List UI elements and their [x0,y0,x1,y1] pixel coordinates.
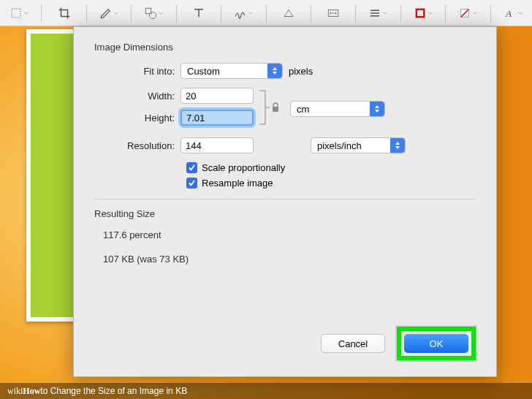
background-document [26,29,77,322]
resulting-filesize: 107 KB (was 73 KB) [103,254,476,265]
line-weight-tool[interactable] [362,3,394,23]
text-tool[interactable] [183,3,215,23]
brand-wiki: wiki [7,386,23,397]
svg-point-2 [150,12,156,18]
crop-tool[interactable] [48,3,80,23]
width-input[interactable] [180,88,254,104]
svg-text:A: A [505,7,512,18]
fill-color-tool[interactable] [452,3,484,23]
height-input[interactable] [180,110,254,126]
dimension-unit-value: cm [297,104,309,115]
width-label: Width: [94,91,180,102]
resulting-size-heading: Resulting Size [94,208,476,219]
fit-into-select[interactable]: Custom [180,63,283,79]
shapes-tool[interactable] [137,3,170,23]
resolution-unit-value: pixels/inch [317,140,362,151]
dropdown-arrows-icon [370,102,384,116]
signature-tool[interactable] [227,3,259,23]
adjust-size-tool[interactable] [317,3,349,23]
dimension-unit-select[interactable]: cm [290,101,385,117]
image-dimensions-dialog: Image Dimensions Fit into: Custom pixels… [73,26,497,377]
ok-button[interactable]: OK [404,334,468,353]
lock-icon [271,102,280,113]
adjust-color-tool[interactable] [272,3,304,23]
svg-rect-8 [273,107,278,112]
cancel-button[interactable]: Cancel [321,334,385,353]
resolution-label: Resolution: [94,140,180,151]
resolution-unit-select[interactable]: pixels/inch [311,137,406,153]
resample-image-label: Resample image [202,178,273,189]
brand-how: How [23,386,40,397]
fit-into-unit: pixels [289,66,313,77]
svg-rect-4 [417,9,425,17]
fit-into-label: Fit into: [94,66,180,77]
pen-tool[interactable] [93,3,125,23]
caption-title: to Change the Size of an Image in KB [40,386,187,396]
svg-rect-0 [12,9,20,18]
ok-highlight: OK [397,327,476,360]
toolbar: A [0,0,532,26]
divider [94,199,476,200]
caption-bar: wikiHow to Change the Size of an Image i… [0,383,532,399]
aspect-lock-bracket [258,88,270,127]
resulting-percent: 117.6 percent [103,229,476,240]
font-tool[interactable]: A [496,3,528,23]
dropdown-arrows-icon [390,138,405,153]
fit-into-value: Custom [187,66,220,77]
dropdown-arrows-icon [267,64,282,78]
height-label: Height: [94,113,180,123]
stroke-color-tool[interactable] [407,3,439,23]
scale-proportionally-checkbox[interactable] [186,162,197,173]
resolution-input[interactable] [180,137,254,153]
image-dimensions-heading: Image Dimensions [94,42,476,53]
selection-tool[interactable] [3,3,35,23]
resample-image-checkbox[interactable] [186,178,197,189]
scale-proportionally-label: Scale proportionally [202,162,285,173]
